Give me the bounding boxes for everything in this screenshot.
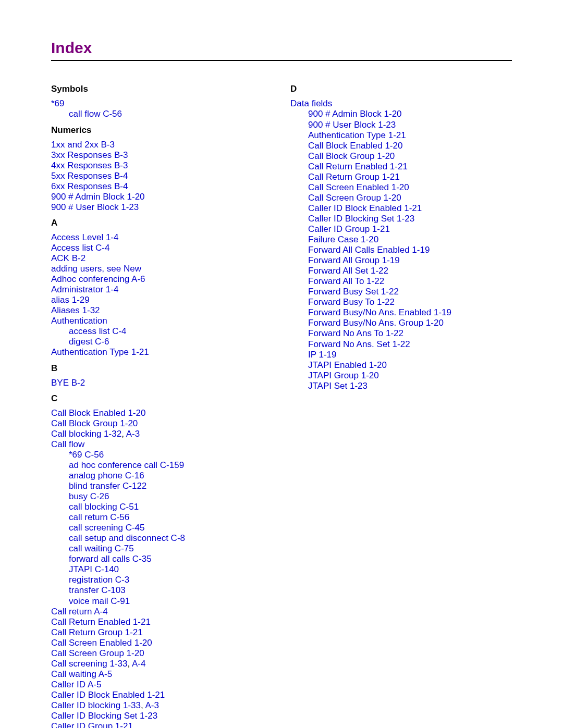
index-link[interactable]: Call Block Group 1-20 [308,151,395,161]
index-link[interactable]: Call Block Enabled 1-20 [308,141,402,151]
index-entry: Caller ID Group 1-21 [290,224,512,235]
index-link[interactable]: Failure Case 1-20 [308,235,378,244]
index-entry: alias 1-29 [51,295,273,305]
index-link[interactable]: Call Screen Group 1-20 [308,193,401,203]
index-link[interactable]: Access list C-4 [51,243,109,253]
index-link[interactable]: JTAPI C-140 [69,564,119,574]
index-link[interactable]: 5xx Responses B-4 [51,171,128,181]
index-link[interactable]: *69 [51,98,65,108]
index-link[interactable]: Authentication Type 1-21 [308,130,406,140]
index-link[interactable]: Call Block Group 1-20 [51,418,138,428]
index-link[interactable]: Forward Busy/No Ans. Group 1-20 [308,318,444,328]
index-link[interactable]: blind transfer C-122 [69,481,146,491]
index-entry: Call Return Group 1-21 [290,172,512,182]
index-entry: Forward All Set 1-22 [290,266,512,276]
index-link[interactable]: call screening C-45 [69,523,145,533]
index-link[interactable]: Call screening 1-33 [51,659,127,669]
index-link[interactable]: call return C-56 [69,512,129,522]
index-link[interactable]: ACK B-2 [51,253,85,263]
index-link[interactable]: 6xx Responses B-4 [51,181,128,191]
index-entry: Forward Busy/No Ans. Enabled 1-19 [290,307,512,318]
index-entry: transfer C-103 [51,585,273,596]
index-link[interactable]: call flow C-56 [69,109,122,119]
index-link[interactable]: transfer C-103 [69,585,126,595]
index-link[interactable]: Call Screen Enabled 1-20 [51,638,152,648]
index-link[interactable]: Caller ID Blocking Set 1-23 [51,711,157,721]
index-link[interactable]: forward all calls C-35 [69,554,152,564]
index-link[interactable]: Call Screen Enabled 1-20 [308,182,409,192]
index-link[interactable]: ad hoc conference call C-159 [69,460,184,470]
index-link[interactable]: Forward No Ans To 1-22 [308,328,403,338]
index-link[interactable]: voice mail C-91 [69,596,130,606]
index-link[interactable]: Administrator 1-4 [51,285,118,294]
index-link[interactable]: Forward Busy Set 1-22 [308,287,399,297]
index-link[interactable]: Forward Busy/No Ans. Enabled 1-19 [308,307,451,317]
index-link[interactable]: Access Level 1-4 [51,232,118,242]
index-entry: Forward All Calls Enabled 1-19 [290,245,512,255]
index-link[interactable]: A-3 [145,700,158,710]
index-link[interactable]: access list C-4 [69,326,127,336]
index-link[interactable]: Authentication [51,316,107,326]
index-link[interactable]: call blocking C-51 [69,502,139,512]
index-link[interactable]: 3xx Responses B-3 [51,150,128,160]
index-link[interactable]: 900 # Admin Block 1-20 [308,109,402,119]
index-link[interactable]: Forward No Ans. Set 1-22 [308,339,410,349]
index-link[interactable]: Caller ID Block Enabled 1-21 [51,690,165,700]
index-link[interactable]: JTAPI Group 1-20 [308,371,379,380]
index-link[interactable]: alias 1-29 [51,295,90,305]
index-entry: ad hoc conference call C-159 [51,460,273,471]
index-entry: Call Screen Enabled 1-20 [51,638,273,648]
index-link[interactable]: Call Screen Group 1-20 [51,648,144,658]
index-link[interactable]: 4xx Responses B-3 [51,161,128,170]
index-link[interactable]: Forward All Group 1-19 [308,255,400,265]
index-link[interactable]: Caller ID Group 1-21 [51,721,133,728]
index-link[interactable]: A-3 [126,429,140,439]
index-link[interactable]: Aliases 1-32 [51,305,100,315]
index-link[interactable]: Caller ID A-5 [51,680,101,689]
index-link[interactable]: Caller ID Blocking Set 1-23 [308,214,414,224]
index-entry: call setup and disconnect C-8 [51,533,273,544]
index-link[interactable]: *69 C-56 [69,450,104,460]
index-link[interactable]: analog phone C-16 [69,471,144,480]
index-entry: Call Return Enabled 1-21 [290,162,512,172]
index-link[interactable]: IP 1-19 [308,350,337,360]
index-link[interactable]: Call Return Enabled 1-21 [51,617,151,627]
index-link[interactable]: Forward All Calls Enabled 1-19 [308,245,430,255]
index-link[interactable]: adding users, see New [51,264,141,274]
index-link[interactable]: digest C-6 [69,337,109,347]
index-link[interactable]: Adhoc conferencing A-6 [51,274,145,284]
index-link[interactable]: Call Block Enabled 1-20 [51,408,145,418]
index-link[interactable]: Call flow [51,439,84,449]
index-section-head: C [51,393,273,404]
index-link[interactable]: Call waiting A-5 [51,669,112,679]
index-link[interactable]: 900 # Admin Block 1-20 [51,192,145,202]
index-link[interactable]: 900 # User Block 1-23 [51,202,139,212]
index-link[interactable]: Call return A-4 [51,607,108,616]
index-link[interactable]: Caller ID Block Enabled 1-21 [308,203,422,213]
index-link[interactable]: Forward Busy To 1-22 [308,297,395,307]
index-link[interactable]: call waiting C-75 [69,544,134,553]
index-link[interactable]: 1xx and 2xx B-3 [51,140,115,150]
index-section: DData fields900 # Admin Block 1-20900 # … [290,84,512,391]
index-link[interactable]: Call Return Enabled 1-21 [308,162,408,171]
index-link[interactable]: Forward All To 1-22 [308,276,384,286]
index-link[interactable]: JTAPI Enabled 1-20 [308,360,387,370]
index-entry: blind transfer C-122 [51,481,273,491]
index-link[interactable]: Call Return Group 1-21 [308,172,400,182]
index-link[interactable]: Authentication Type 1-21 [51,347,149,357]
index-link[interactable]: registration C-3 [69,575,129,585]
index-link[interactable]: JTAPI Set 1-23 [308,381,368,391]
index-section: BBYE B-2 [51,363,273,388]
index-entry: registration C-3 [51,575,273,585]
index-link[interactable]: Caller ID Group 1-21 [308,224,390,234]
index-link[interactable]: Data fields [290,98,332,108]
index-link[interactable]: Call Return Group 1-21 [51,627,143,637]
index-link[interactable]: Call blocking 1-32 [51,429,121,439]
index-link[interactable]: A-4 [132,659,145,669]
index-link[interactable]: Forward All Set 1-22 [308,266,388,276]
index-link[interactable]: call setup and disconnect C-8 [69,533,185,543]
index-link[interactable]: Caller ID blocking 1-33 [51,700,141,710]
index-link[interactable]: 900 # User Block 1-23 [308,120,396,130]
index-link[interactable]: busy C-26 [69,491,109,501]
index-link[interactable]: BYE B-2 [51,378,85,388]
